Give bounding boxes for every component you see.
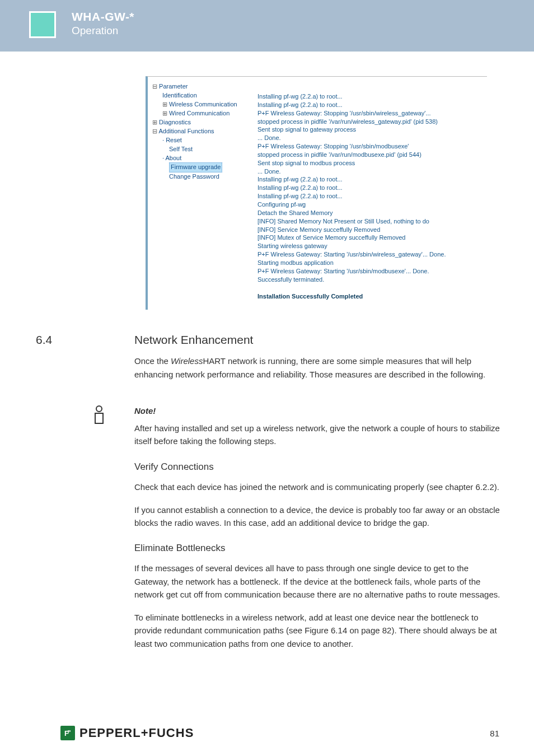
tree-label: Parameter (159, 83, 188, 90)
tree-label: Self Test (169, 146, 193, 152)
log-line: Starting wireless gateway (257, 242, 483, 250)
log-line: [INFO] Shared Memory Not Present or Stil… (257, 217, 483, 226)
subhead-bottlenecks: Eliminate Bottlenecks (134, 543, 500, 554)
section-number: 6.4 (34, 333, 134, 347)
log-line: [INFO] Mutex of Service Memory succefful… (257, 234, 483, 242)
subhead-verify: Verify Connections (134, 461, 500, 473)
log-line: Configuring pf-wg (257, 200, 483, 209)
section-title: Network Enhancement (134, 333, 253, 347)
tree-item-firmware-upgrade[interactable]: Firmware upgrade (152, 162, 252, 172)
tree-item-reset[interactable]: · Reset (152, 136, 252, 145)
verify-p1: Check that each device has joined the ne… (134, 480, 500, 493)
tree-item-parameter[interactable]: Parameter (152, 82, 252, 91)
tree-label-selected: Firmware upgrade (169, 162, 222, 172)
log-line: Installing pf-wg (2.2.a) to root... (257, 92, 483, 101)
note-block: Note! After having installed and set up … (34, 404, 500, 448)
note-text: After having installed and set up a wire… (134, 422, 500, 448)
brand-text: PEPPERL+FUCHS (79, 726, 194, 740)
log-line: Sent stop signal to gateway process (257, 125, 483, 134)
tree-label: Additional Functions (158, 128, 214, 134)
tree-label: About (166, 155, 182, 161)
tree-item-self-test[interactable]: Self Test (152, 145, 252, 154)
log-line: P+F Wireless Gateway: Stopping '/usr/sbi… (257, 142, 483, 151)
header-logo-square (29, 11, 56, 38)
tree-label: Identification (162, 92, 197, 99)
bottle-p2: To eliminate bottlenecks in a wireless n… (134, 611, 500, 650)
brand-block: FP PEPPERL+FUCHS (60, 726, 194, 740)
note-label: Note! (134, 404, 500, 417)
tree-label: Wireless Communication (169, 101, 237, 108)
bottle-p1: If the messages of several devices all h… (134, 562, 500, 601)
tree-label: Change Password (169, 173, 219, 180)
tree-label: Wired Communication (169, 110, 229, 116)
brand-badge-icon: FP (60, 726, 75, 740)
page-number: 81 (490, 729, 499, 738)
svg-rect-1 (95, 413, 103, 423)
log-success: Installation Successfully Completed (257, 292, 483, 301)
log-line: Starting modbus application (257, 259, 483, 267)
log-line: Installing pf-wg (2.2.a) to root... (257, 101, 483, 109)
log-line: ... Done. (257, 134, 483, 142)
header-subtitle: Operation (72, 25, 134, 37)
header-text-block: WHA-GW-* Operation (72, 10, 134, 37)
firmware-upgrade-panel: Parameter Identification Wireless Commun… (146, 76, 487, 310)
log-line: P+F Wireless Gateway: Starting '/usr/sbi… (257, 267, 483, 276)
svg-text:P: P (68, 729, 71, 734)
verify-p2: If you cannot establish a connection to … (134, 503, 500, 530)
install-log: Installing pf-wg (2.2.a) to root... Inst… (254, 80, 487, 304)
log-line: ... Done. (257, 167, 483, 176)
tree-item-about[interactable]: · About (152, 154, 252, 163)
tree-label: Diagnostics (159, 119, 191, 125)
log-line: stopped process in pidfile '/var/run/wir… (257, 118, 483, 126)
log-line: stopped process in pidfile '/var/run/mod… (257, 151, 483, 159)
tree-item-diagnostics[interactable]: Diagnostics (152, 118, 252, 127)
log-line: P+F Wireless Gateway: Stopping '/usr/sbi… (257, 109, 483, 118)
log-line: Installing pf-wg (2.2.a) to root... (257, 184, 483, 192)
note-icon-col (34, 404, 134, 448)
text: Once the (134, 356, 171, 366)
log-line: Sent stop signal to modbus process (257, 159, 483, 167)
tree-item-additional-functions[interactable]: Additional Functions (152, 127, 252, 136)
tree-item-identification[interactable]: Identification (152, 91, 252, 100)
log-line: Installing pf-wg (2.2.a) to root... (257, 192, 483, 200)
log-line: Detach the Shared Memory (257, 209, 483, 217)
log-line: [INFO] Service Memory succeffully Remove… (257, 226, 483, 234)
tree-item-wireless-comm[interactable]: Wireless Communication (152, 100, 252, 109)
tree-label: Reset (166, 137, 182, 143)
nav-tree: Parameter Identification Wireless Commun… (148, 80, 254, 304)
text-italic: Wireless (171, 356, 203, 366)
page-header: WHA-GW-* Operation (0, 0, 534, 52)
log-line: Installing pf-wg (2.2.a) to root... (257, 175, 483, 184)
tree-item-change-password[interactable]: Change Password (152, 172, 252, 181)
section-heading-row: 6.4 Network Enhancement (34, 333, 500, 347)
svg-point-0 (96, 406, 102, 412)
note-icon (92, 405, 106, 426)
tree-item-wired-comm[interactable]: Wired Communication (152, 109, 252, 118)
log-line: Successfully terminated. (257, 276, 483, 284)
log-line: P+F Wireless Gateway: Starting '/usr/sbi… (257, 250, 483, 259)
header-title: WHA-GW-* (72, 10, 134, 24)
page-footer: FP PEPPERL+FUCHS 81 (0, 726, 534, 740)
section-intro: Once the WirelessHART network is running… (134, 354, 500, 381)
